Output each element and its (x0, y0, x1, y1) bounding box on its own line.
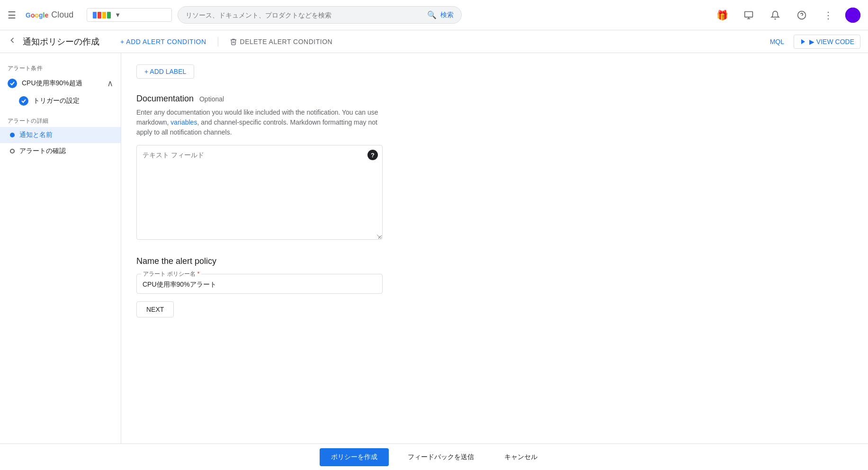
back-button[interactable] (8, 36, 17, 47)
sidebar-item-notify[interactable]: 通知と名前 (0, 127, 121, 143)
svg-point-5 (845, 8, 860, 23)
main-content: + ADD LABEL Documentation Optional Enter… (121, 53, 868, 443)
variables-link[interactable]: variables (170, 118, 197, 126)
delete-alert-condition-button[interactable]: DELETE ALERT CONDITION (224, 35, 339, 48)
sidebar-item-confirm[interactable]: アラートの確認 (0, 143, 121, 159)
add-label-button[interactable]: + ADD LABEL (136, 64, 194, 79)
collapse-icon[interactable]: ∧ (107, 78, 113, 89)
cancel-button[interactable]: キャンセル (493, 448, 549, 466)
policy-name-field-wrapper: アラート ポリシー名 * (136, 274, 383, 294)
documentation-title: Documentation (136, 94, 194, 103)
dot-notify (10, 133, 15, 137)
mql-button[interactable]: MQL (764, 35, 790, 48)
create-policy-button[interactable]: ポリシーを作成 (320, 448, 389, 466)
sidebar-confirm-text: アラートの確認 (19, 147, 113, 155)
gift-icon[interactable]: 🎁 (713, 6, 732, 25)
search-icon: 🔍 (427, 10, 437, 19)
project-selector-text: ▼ (115, 11, 121, 18)
nav-divider (218, 37, 218, 46)
bottom-bar: ポリシーを作成 フィードバックを送信 キャンセル (0, 443, 868, 470)
project-color-bar (93, 12, 111, 18)
monitor-icon[interactable] (739, 6, 758, 25)
avatar[interactable] (845, 8, 860, 23)
add-alert-condition-button[interactable]: + ADD ALERT CONDITION (115, 35, 212, 48)
next-button[interactable]: NEXT (136, 301, 174, 317)
name-policy-section: Name the alert policy アラート ポリシー名 * NEXT (136, 256, 853, 317)
search-bar[interactable]: 🔍 検索 (178, 6, 462, 24)
required-marker: * (197, 271, 200, 277)
alert-detail-label: アラートの詳細 (0, 113, 121, 127)
cloud-text: Cloud (51, 10, 73, 20)
sub-nav: 通知ポリシーの作成 + ADD ALERT CONDITION DELETE A… (0, 30, 868, 53)
search-button-label[interactable]: 検索 (440, 11, 454, 19)
google-cloud-logo: Google Cloud (26, 10, 73, 20)
documentation-optional: Optional (199, 95, 224, 103)
project-selector[interactable]: ▼ (87, 8, 172, 22)
alert-condition-label: アラート条件 (0, 61, 121, 74)
hamburger-icon[interactable]: ☰ (8, 9, 16, 21)
main-layout: アラート条件 CPU使用率90%超過 ∧ トリガーの設定 アラートの詳細 通知と… (0, 53, 868, 443)
doc-textarea-wrapper: ? ↘ (136, 145, 383, 241)
doc-textarea[interactable] (136, 145, 383, 240)
page-title: 通知ポリシーの作成 (23, 36, 99, 47)
doc-help-icon[interactable]: ? (367, 150, 378, 160)
feedback-button[interactable]: フィードバックを送信 (396, 448, 485, 466)
check-circle-cpu (8, 79, 17, 88)
svg-marker-6 (801, 39, 805, 44)
sidebar-item-cpu[interactable]: CPU使用率90%超過 ∧ (0, 74, 121, 92)
policy-name-label: アラート ポリシー名 * (141, 270, 201, 278)
top-nav: ☰ Google Cloud ▼ 🔍 検索 🎁 ⋮ (0, 0, 868, 30)
sidebar-trigger-text: トリガーの設定 (33, 97, 113, 105)
name-policy-title: Name the alert policy (136, 256, 853, 266)
more-icon[interactable]: ⋮ (819, 6, 838, 25)
sidebar-item-trigger[interactable]: トリガーの設定 (0, 92, 121, 109)
search-input[interactable] (186, 11, 423, 19)
documentation-description: Enter any documentation you would like i… (136, 108, 383, 137)
view-code-button[interactable]: ▶ VIEW CODE (794, 35, 860, 49)
sidebar-notify-text: 通知と名前 (19, 131, 113, 139)
dot-confirm (10, 149, 15, 154)
sidebar-cpu-text: CPU使用率90%超過 (22, 79, 102, 88)
nav-icons: 🎁 ⋮ (713, 6, 860, 25)
resize-handle: ↘ (376, 233, 381, 239)
help-icon[interactable] (792, 6, 811, 25)
bell-icon[interactable] (766, 6, 785, 25)
svg-rect-0 (745, 11, 753, 17)
documentation-section: Documentation Optional Enter any documen… (136, 94, 853, 241)
sidebar: アラート条件 CPU使用率90%超過 ∧ トリガーの設定 アラートの詳細 通知と… (0, 53, 121, 443)
check-circle-trigger (19, 96, 28, 106)
